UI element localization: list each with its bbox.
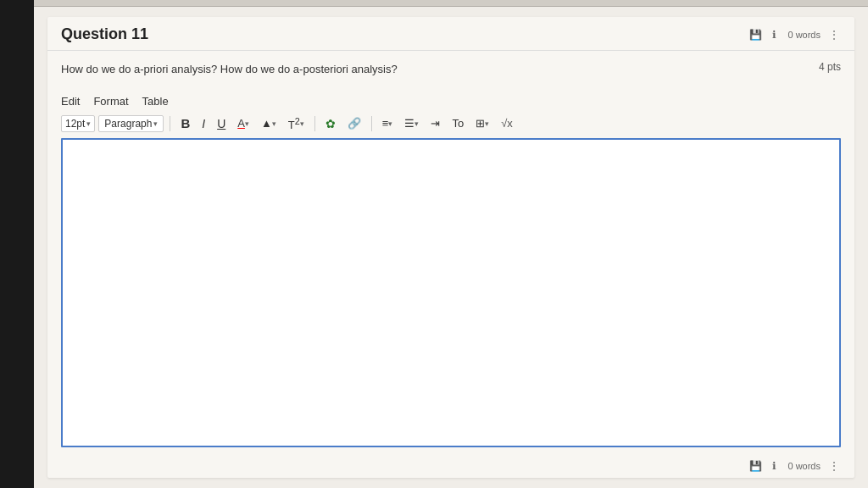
word-count-footer: 0 words [787,461,821,471]
underline-button[interactable]: U [213,115,230,132]
highlight-label: ▲ [261,117,272,130]
link-button[interactable]: 🔗 [343,115,365,131]
clear-format-label: To [452,117,464,130]
footer-icons: 💾 ℹ [748,459,781,473]
main-content: Question 11 💾 ℹ 0 words ⋮ How do we do a… [34,0,868,488]
font-size-chevron: ▾ [86,119,91,128]
indent-icon: ⇥ [431,117,440,130]
question-title: Question 11 [61,25,148,43]
menu-edit[interactable]: Edit [61,95,80,108]
font-color-label: A [237,117,245,130]
table-button[interactable]: ⊞ ▾ [471,115,493,131]
info-icon: ℹ [767,28,781,42]
align-chevron: ▾ [388,119,392,128]
word-count-header: 0 words [787,30,821,40]
table-icon: ⊞ [476,117,485,130]
sqrt-icon: √x [501,117,513,130]
list-icon: ☰ [404,117,415,130]
footer-save-icon: 💾 [748,459,762,473]
superscript-chevron: ▾ [300,119,304,128]
font-color-chevron: ▾ [245,119,249,128]
menu-bar: Edit Format Table [61,95,841,108]
font-size-value: 12pt [65,118,85,130]
header-right: 💾 ℹ 0 words ⋮ [748,28,841,42]
left-sidebar [0,0,34,488]
clear-format-button[interactable]: To [448,115,468,131]
toolbar: 12pt ▾ Paragraph ▾ B I U A ▾ ▲ ▾ [61,113,841,135]
italic-button[interactable]: I [198,115,209,132]
sqrt-button[interactable]: √x [497,115,517,131]
superscript-button[interactable]: T2 ▾ [284,114,309,133]
divider-3 [371,116,372,131]
save-icon: 💾 [748,28,762,42]
font-color-button[interactable]: A ▾ [233,115,253,131]
table-chevron: ▾ [485,119,489,128]
text-editor[interactable] [61,138,841,447]
highlight-button[interactable]: ▲ ▾ [257,115,281,131]
question-container: Question 11 💾 ℹ 0 words ⋮ How do we do a… [47,17,854,478]
indent-button[interactable]: ⇥ [426,115,444,131]
footer-bar: 💾 ℹ 0 words ⋮ [47,454,854,478]
align-icon: ≡ [382,117,389,130]
header-icons: 💾 ℹ [748,28,781,42]
top-bar [34,0,868,7]
question-header: Question 11 💾 ℹ 0 words ⋮ [47,17,854,51]
align-button[interactable]: ≡ ▾ [378,115,398,131]
points-label: 4 pts [819,61,841,73]
paragraph-value: Paragraph [104,118,152,130]
divider-1 [170,116,170,131]
list-chevron: ▾ [415,119,419,128]
more-icon[interactable]: ⋮ [827,28,841,42]
editor-section: Edit Format Table 12pt ▾ Paragraph ▾ B I… [47,95,854,455]
list-button[interactable]: ☰ ▾ [400,115,423,131]
font-size-dropdown[interactable]: 12pt ▾ [61,115,95,132]
menu-format[interactable]: Format [93,95,128,108]
footer-more-icon[interactable]: ⋮ [827,459,841,473]
question-text: How do we do a-priori analysis? How do w… [61,61,809,78]
menu-table[interactable]: Table [142,95,169,108]
superscript-label: T2 [288,116,300,131]
bold-button[interactable]: B [176,114,194,132]
highlight-chevron: ▾ [272,119,276,128]
divider-2 [314,116,315,131]
paragraph-dropdown[interactable]: Paragraph ▾ [98,115,164,132]
paragraph-chevron: ▾ [153,119,158,128]
spell-check-button[interactable]: ✿ [321,115,340,132]
footer-info-icon: ℹ [767,459,781,473]
